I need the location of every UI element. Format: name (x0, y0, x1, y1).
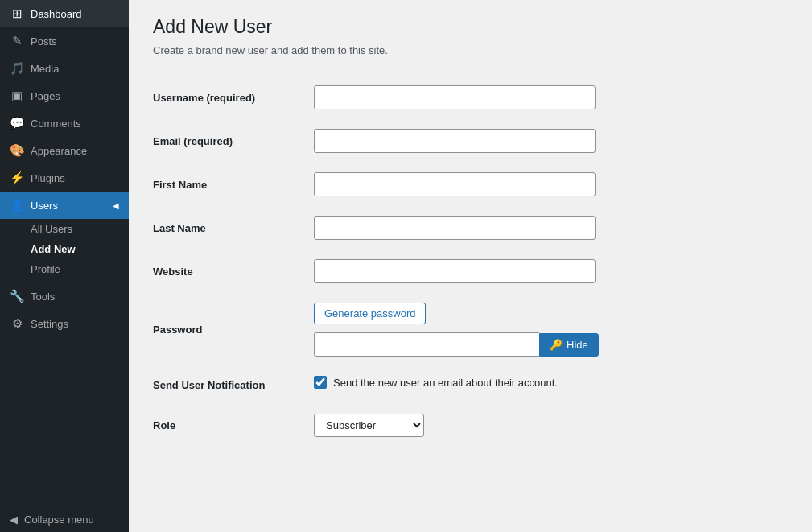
collapse-label: Collapse menu (24, 513, 94, 526)
website-label: Website (153, 266, 193, 278)
username-row: Username (required) (153, 76, 788, 119)
username-label: Username (required) (153, 92, 255, 104)
hide-label: Hide (567, 339, 588, 351)
collapse-icon: ◀ (10, 513, 18, 526)
password-input-row: 🔑 Hide (314, 332, 788, 357)
notification-checkbox[interactable] (314, 376, 327, 389)
sidebar-item-label: Comments (31, 118, 81, 130)
page-title: Add New User (153, 16, 788, 38)
hide-password-button[interactable]: 🔑 Hide (539, 333, 599, 357)
sidebar-item-settings[interactable]: ⚙ Settings (0, 310, 129, 337)
password-label: Password (153, 324, 202, 336)
sidebar-item-label: Appearance (31, 145, 87, 157)
key-icon: 🔑 (550, 339, 563, 351)
firstname-row: First Name (153, 163, 788, 206)
sidebar-item-label: Tools (31, 291, 55, 303)
submenu-add-new[interactable]: Add New (0, 239, 129, 259)
sidebar-item-label: Media (31, 63, 59, 75)
dashboard-icon: ⊞ (10, 6, 24, 21)
lastname-label: Last Name (153, 222, 206, 234)
sidebar-item-dashboard[interactable]: ⊞ Dashboard (0, 0, 129, 27)
role-label: Role (153, 419, 175, 431)
email-label: Email (required) (153, 135, 233, 147)
email-row: Email (required) (153, 119, 788, 163)
main-content: Add New User Create a brand new user and… (129, 0, 812, 532)
lastname-input[interactable] (314, 216, 596, 240)
tools-icon: 🔧 (10, 289, 24, 303)
pages-icon: ▣ (10, 89, 24, 103)
email-input[interactable] (314, 129, 596, 153)
users-icon: 👤 (10, 198, 24, 212)
role-select[interactable]: Subscriber Contributor Author Editor Adm… (314, 414, 424, 437)
posts-icon: ✎ (10, 34, 24, 48)
users-submenu-arrow: ◀ (113, 201, 119, 210)
sidebar-item-media[interactable]: 🎵 Media (0, 55, 129, 82)
users-submenu: All Users Add New Profile (0, 219, 129, 282)
password-section: Generate password 🔑 Hide (314, 303, 788, 357)
sidebar-item-tools[interactable]: 🔧 Tools (0, 282, 129, 310)
notification-section: Send the new user an email about their a… (314, 376, 788, 389)
plugins-icon: ⚡ (10, 171, 24, 185)
sidebar-item-label: Settings (31, 318, 68, 330)
sidebar-item-label: Posts (31, 35, 57, 47)
lastname-row: Last Name (153, 206, 788, 250)
page-subtitle: Create a brand new user and add them to … (153, 44, 788, 56)
role-row: Role Subscriber Contributor Author Edito… (153, 404, 788, 447)
collapse-menu-button[interactable]: ◀ Collapse menu (0, 507, 129, 532)
firstname-input[interactable] (314, 172, 596, 196)
generate-password-button[interactable]: Generate password (314, 303, 426, 324)
sidebar-item-label: Pages (31, 90, 60, 102)
submenu-all-users[interactable]: All Users (0, 219, 129, 239)
sidebar-item-plugins[interactable]: ⚡ Plugins (0, 164, 129, 192)
submenu-profile[interactable]: Profile (0, 259, 129, 279)
notification-row: Send User Notification Send the new user… (153, 366, 788, 404)
appearance-icon: 🎨 (10, 143, 24, 158)
sidebar-item-label: Plugins (31, 172, 65, 184)
sidebar-item-pages[interactable]: ▣ Pages (0, 82, 129, 109)
password-row: Password Generate password 🔑 Hide (153, 293, 788, 366)
settings-icon: ⚙ (10, 316, 24, 331)
sidebar-item-posts[interactable]: ✎ Posts (0, 27, 129, 55)
sidebar-item-label: Users (31, 200, 58, 212)
username-input[interactable] (314, 85, 596, 109)
sidebar-item-comments[interactable]: 💬 Comments (0, 109, 129, 137)
sidebar-item-users[interactable]: 👤 Users ◀ (0, 192, 129, 219)
sidebar-item-appearance[interactable]: 🎨 Appearance (0, 137, 129, 164)
website-row: Website (153, 250, 788, 293)
add-user-form: Username (required) Email (required) Fir… (153, 76, 788, 447)
sidebar: ⊞ Dashboard ✎ Posts 🎵 Media ▣ Pages 💬 Co… (0, 0, 129, 532)
website-input[interactable] (314, 259, 596, 283)
sidebar-item-label: Dashboard (31, 8, 82, 20)
comments-icon: 💬 (10, 116, 24, 130)
notification-text: Send the new user an email about their a… (333, 377, 558, 389)
notification-label: Send User Notification (153, 379, 265, 391)
firstname-label: First Name (153, 179, 207, 191)
password-input[interactable] (314, 332, 539, 357)
media-icon: 🎵 (10, 61, 24, 76)
